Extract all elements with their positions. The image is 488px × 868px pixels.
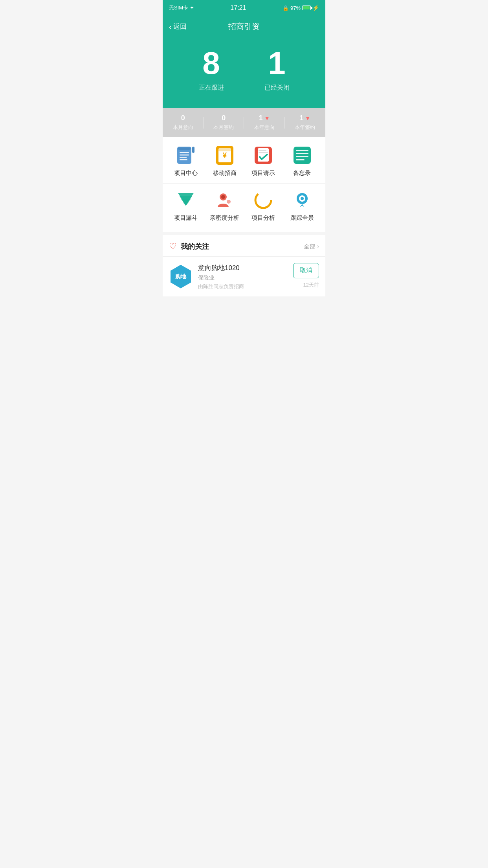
favorites-title-group: ♡ 我的关注	[169, 241, 209, 252]
svg-point-26	[227, 200, 231, 204]
menu-item-intimacy[interactable]: 亲密度分析	[205, 190, 244, 222]
favorites-title: 我的关注	[181, 242, 209, 251]
closed-count: 1	[264, 48, 290, 79]
svg-rect-14	[259, 152, 268, 153]
status-right: 🔒 97% ⚡	[283, 5, 319, 11]
menu-item-tracking[interactable]: 跟踪全景	[283, 190, 322, 222]
menu-item-project-analysis[interactable]: 项目分析	[244, 190, 283, 222]
mobile-invest-icon-wrapper: ¥	[215, 145, 235, 166]
page-title: 招商引资	[228, 21, 260, 32]
mobile-invest-icon: ¥	[215, 145, 235, 166]
tracking-panorama-icon	[292, 190, 312, 210]
menu-item-memo[interactable]: 备忘录	[283, 145, 322, 177]
monthly-stat-3[interactable]: 1 ▼ 本年签约	[285, 114, 326, 131]
status-left: 无SIM卡 ✦	[169, 4, 194, 11]
memo-label: 备忘录	[293, 169, 311, 177]
down-arrow-icon-2: ▼	[305, 115, 310, 121]
menu-item-project-prompt[interactable]: 项目请示	[244, 145, 283, 177]
back-label: 返回	[173, 22, 187, 31]
favorite-name: 意向购地1020	[198, 263, 288, 272]
menu-row-1: 项目中心 ¥ 移动招商	[163, 145, 325, 184]
favorites-header: ♡ 我的关注 全部 ›	[163, 235, 325, 257]
cancel-button[interactable]: 取消	[293, 263, 319, 278]
stats-section: 8 正在跟进 1 已经关闭	[163, 40, 325, 108]
down-arrow-icon: ▼	[264, 115, 270, 121]
project-center-icon-wrapper	[176, 145, 196, 166]
project-center-label: 项目中心	[174, 169, 198, 177]
memo-icon	[292, 145, 312, 166]
project-analysis-icon-wrapper	[253, 190, 273, 210]
memo-icon-wrapper	[292, 145, 312, 166]
project-funnel-label: 项目漏斗	[174, 214, 198, 222]
svg-marker-23	[183, 202, 189, 206]
menu-row-2: 项目漏斗 亲密度分析 项目分析	[163, 190, 325, 228]
project-analysis-label: 项目分析	[251, 214, 275, 222]
svg-rect-17	[296, 153, 308, 154]
svg-rect-6	[180, 159, 187, 160]
monthly-number-0: 0	[163, 114, 204, 122]
favorite-industry: 保险业	[198, 274, 288, 281]
menu-item-project-center[interactable]: 项目中心	[167, 145, 205, 177]
charging-icon: ⚡	[312, 5, 319, 11]
favorite-time: 12天前	[303, 281, 319, 290]
favorite-item: 购地 意向购地1020 保险业 由陈胜同志负责招商 取消 12天前	[163, 257, 325, 296]
menu-item-mobile-invest[interactable]: ¥ 移动招商	[205, 145, 244, 177]
monthly-stat-1[interactable]: 0 本月签约	[204, 114, 244, 131]
svg-point-25	[221, 195, 225, 199]
menu-item-project-funnel[interactable]: 项目漏斗	[167, 190, 205, 222]
following-label: 正在跟进	[199, 84, 224, 92]
svg-rect-13	[259, 150, 266, 151]
monthly-number-2: 1 ▼	[244, 114, 285, 122]
status-time: 17:21	[230, 4, 246, 11]
favorites-more-label: 全部	[304, 243, 316, 250]
svg-text:¥: ¥	[223, 151, 227, 159]
project-funnel-icon	[176, 190, 196, 210]
svg-rect-2	[192, 147, 194, 153]
svg-rect-10	[218, 148, 231, 151]
project-prompt-icon-wrapper	[253, 145, 273, 166]
svg-rect-1	[178, 147, 191, 150]
monthly-label-3: 本年签约	[285, 124, 326, 131]
svg-rect-5	[180, 157, 187, 158]
status-bar: 无SIM卡 ✦ 17:21 🔒 97% ⚡	[163, 0, 325, 16]
favorites-section: ♡ 我的关注 全部 › 购地 意向购地1020 保险业 由陈胜同志负责招商 取消…	[163, 235, 325, 296]
sim-status: 无SIM卡 ✦	[169, 4, 194, 11]
monthly-label-2: 本年意向	[244, 124, 285, 131]
closed-stat[interactable]: 1 已经关闭	[264, 48, 290, 92]
battery-icon	[302, 6, 311, 10]
monthly-stat-0[interactable]: 0 本月意向	[163, 114, 204, 131]
following-count: 8	[199, 48, 224, 79]
monthly-number-3: 1 ▼	[285, 114, 326, 122]
tracking-label: 跟踪全景	[290, 214, 314, 222]
favorite-info: 意向购地1020 保险业 由陈胜同志负责招商	[198, 263, 288, 290]
lock-icon: 🔒	[283, 5, 289, 11]
project-center-icon	[176, 145, 196, 166]
menu-section: 项目中心 ¥ 移动招商	[163, 137, 325, 232]
chevron-right-icon: ›	[317, 243, 319, 250]
intimacy-label: 亲密度分析	[210, 214, 239, 222]
page-header: ‹ 返回 招商引资	[163, 16, 325, 40]
svg-rect-3	[180, 152, 189, 153]
svg-rect-15	[294, 147, 311, 164]
mobile-invest-label: 移动招商	[213, 169, 237, 177]
project-funnel-icon-wrapper	[176, 190, 196, 210]
monthly-number-1: 0	[204, 114, 244, 122]
project-analysis-icon	[253, 190, 273, 210]
following-stat[interactable]: 8 正在跟进	[199, 48, 224, 92]
monthly-label-0: 本月意向	[163, 124, 204, 131]
back-button[interactable]: ‹ 返回	[169, 22, 187, 31]
svg-rect-16	[296, 150, 308, 151]
battery-percent: 97%	[290, 5, 301, 11]
svg-point-28	[259, 195, 268, 205]
favorites-more-button[interactable]: 全部 ›	[304, 243, 319, 250]
svg-rect-18	[296, 156, 308, 157]
badge-text: 购地	[175, 273, 186, 280]
svg-rect-4	[180, 154, 189, 156]
back-chevron-icon: ‹	[169, 23, 172, 31]
favorite-person: 由陈胜同志负责招商	[198, 283, 288, 290]
monthly-stats-bar: 0 本月意向 0 本月签约 1 ▼ 本年意向 1 ▼ 本年签约	[163, 108, 325, 137]
intimacy-analysis-icon	[215, 190, 235, 210]
monthly-stat-2[interactable]: 1 ▼ 本年意向	[244, 114, 285, 131]
project-prompt-icon	[253, 145, 273, 166]
intimacy-icon-wrapper	[215, 190, 235, 210]
